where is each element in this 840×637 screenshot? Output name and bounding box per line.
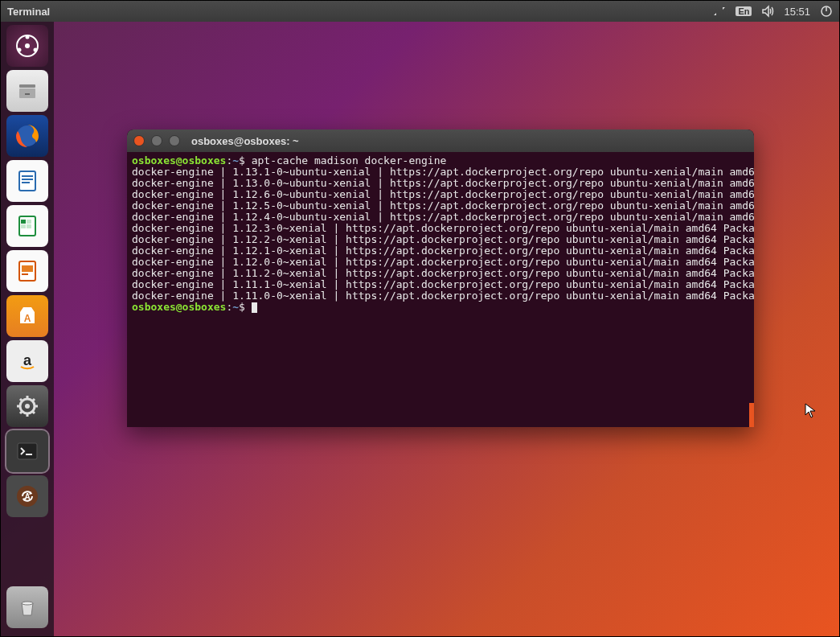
launcher-amazon-icon[interactable]: a — [6, 340, 48, 382]
svg-rect-6 — [19, 84, 35, 88]
mouse-cursor-icon — [805, 403, 816, 419]
svg-rect-10 — [19, 171, 35, 191]
svg-point-4 — [18, 48, 22, 52]
terminal-line: osboxes@osboxes:~$ — [132, 302, 749, 313]
terminal-titlebar[interactable]: osboxes@osboxes: ~ — [127, 129, 754, 152]
terminal-output-line: docker-engine | 1.12.0-0~xenial | https:… — [132, 257, 749, 268]
window-maximize-button[interactable] — [169, 135, 180, 146]
launcher-terminal-icon[interactable] — [6, 430, 48, 472]
launcher-writer-icon[interactable] — [6, 160, 48, 202]
svg-point-5 — [34, 48, 38, 52]
terminal-window: osboxes@osboxes: ~ osboxes@osboxes:~$ ap… — [127, 129, 754, 427]
terminal-output-line: docker-engine | 1.13.0-0~ubuntu-xenial |… — [132, 178, 749, 189]
svg-rect-13 — [22, 182, 30, 183]
svg-rect-8 — [25, 93, 30, 95]
svg-point-26 — [25, 404, 30, 409]
top-menu-bar: Terminal En 15:51 — [1, 1, 839, 22]
svg-rect-11 — [22, 175, 33, 177]
svg-rect-27 — [18, 443, 37, 459]
launcher-updater-icon[interactable]: A — [6, 475, 48, 517]
terminal-cursor — [252, 302, 257, 313]
window-minimize-button[interactable] — [151, 135, 162, 146]
launcher-firefox-icon[interactable] — [6, 115, 48, 157]
terminal-body[interactable]: osboxes@osboxes:~$ apt-cache madison doc… — [127, 152, 754, 316]
svg-point-31 — [22, 602, 33, 605]
terminal-scrollbar-thumb[interactable] — [749, 403, 754, 427]
session-indicator-icon[interactable] — [820, 5, 833, 18]
keyboard-layout-indicator[interactable]: En — [736, 6, 752, 16]
svg-rect-21 — [22, 273, 28, 275]
svg-rect-15 — [21, 220, 26, 224]
terminal-output-line: docker-engine | 1.12.6-0~ubuntu-xenial |… — [132, 189, 749, 200]
svg-rect-17 — [21, 224, 26, 228]
launcher-trash-icon[interactable] — [6, 586, 48, 628]
terminal-output-line: docker-engine | 1.12.1-0~xenial | https:… — [132, 245, 749, 257]
launcher-calc-icon[interactable] — [6, 205, 48, 247]
svg-text:a: a — [23, 352, 32, 368]
svg-rect-16 — [27, 220, 31, 224]
svg-text:A: A — [24, 313, 31, 324]
svg-rect-18 — [27, 224, 31, 228]
terminal-window-title: osboxes@osboxes: ~ — [191, 135, 299, 147]
svg-rect-12 — [22, 179, 33, 180]
terminal-output-line: docker-engine | 1.11.2-0~xenial | https:… — [132, 268, 749, 279]
terminal-output-line: docker-engine | 1.11.1-0~xenial | https:… — [132, 279, 749, 290]
terminal-output-line: docker-engine | 1.12.2-0~xenial | https:… — [132, 234, 749, 245]
active-app-title: Terminal — [7, 6, 50, 18]
terminal-output-line: docker-engine | 1.12.5-0~ubuntu-xenial |… — [132, 200, 749, 212]
launcher-files-icon[interactable] — [6, 70, 48, 112]
svg-text:A: A — [24, 492, 30, 501]
clock[interactable]: 15:51 — [784, 6, 810, 18]
terminal-output-line: docker-engine | 1.11.0-0~xenial | https:… — [132, 290, 749, 302]
volume-indicator-icon[interactable] — [761, 5, 774, 18]
svg-point-2 — [25, 43, 30, 48]
launcher-settings-icon[interactable] — [6, 385, 48, 427]
terminal-line: osboxes@osboxes:~$ apt-cache madison doc… — [132, 155, 749, 166]
terminal-output-line: docker-engine | 1.12.3-0~xenial | https:… — [132, 223, 749, 234]
network-indicator-icon[interactable] — [713, 5, 726, 18]
svg-point-3 — [26, 35, 30, 39]
svg-rect-28 — [26, 454, 32, 455]
terminal-output-line: docker-engine | 1.12.4-0~ubuntu-xenial |… — [132, 212, 749, 223]
unity-launcher: A a A — [1, 22, 54, 636]
launcher-software-icon[interactable]: A — [6, 295, 48, 337]
launcher-dash-icon[interactable] — [6, 25, 48, 67]
window-close-button[interactable] — [133, 135, 145, 146]
launcher-impress-icon[interactable] — [6, 250, 48, 292]
terminal-output-line: docker-engine | 1.13.1-0~ubuntu-xenial |… — [132, 166, 749, 178]
terminal-command: apt-cache madison docker-engine — [252, 154, 447, 166]
svg-rect-20 — [22, 265, 33, 272]
